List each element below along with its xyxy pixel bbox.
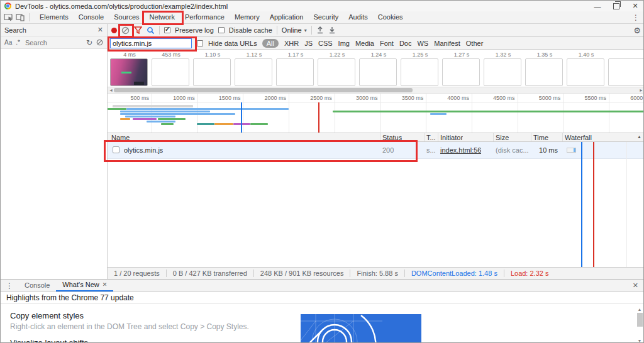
filter-type-other[interactable]: Other xyxy=(466,40,484,47)
search-toolbar: Aa .* ↻ xyxy=(1,36,107,49)
devtools-window: { "window": { "title": "DevTools - olyti… xyxy=(0,0,644,343)
clear-search-icon[interactable] xyxy=(96,39,103,46)
device-toolbar-icon[interactable] xyxy=(16,13,25,21)
request-time: 10 ms xyxy=(531,146,558,154)
filter-type-all[interactable]: All xyxy=(262,39,279,48)
tab-elements[interactable]: Elements xyxy=(35,11,74,23)
whats-new-item-title[interactable]: Copy element styles xyxy=(10,311,249,320)
column-header-type[interactable]: T... xyxy=(426,134,436,141)
domcontentloaded-time: DOMContentLoaded: 1.48 s xyxy=(405,270,504,277)
filter-type-ws[interactable]: WS xyxy=(417,40,428,47)
filter-type-doc[interactable]: Doc xyxy=(399,40,412,47)
filter-type-img[interactable]: Img xyxy=(338,40,350,47)
tab-cookies[interactable]: Cookies xyxy=(373,11,408,23)
drawer-close-icon[interactable]: ✕ xyxy=(626,281,644,290)
disable-cache-checkbox[interactable] xyxy=(218,27,225,33)
screenshot-thumbnail[interactable] xyxy=(193,58,231,86)
filter-type-manifest[interactable]: Manifest xyxy=(434,40,460,47)
tab-console[interactable]: Console xyxy=(74,11,109,23)
frame-time-label: 1.27 s xyxy=(442,51,481,58)
column-header-time[interactable]: Time xyxy=(533,134,548,141)
filter-type-css[interactable]: CSS xyxy=(318,40,333,47)
column-header-name[interactable]: Name xyxy=(111,134,130,141)
regex-icon[interactable]: .* xyxy=(16,39,20,46)
import-har-icon[interactable] xyxy=(316,26,324,34)
column-divider xyxy=(493,133,494,141)
frame-time-label: 1.10 s xyxy=(193,51,232,58)
gear-icon[interactable]: ⚙ xyxy=(633,26,641,35)
workspace: Search ✕ Aa .* ↻ xyxy=(1,24,644,279)
restore-button[interactable] xyxy=(607,1,626,11)
minimize-button[interactable]: — xyxy=(588,1,607,11)
tab-security[interactable]: Security xyxy=(308,11,343,23)
drawer-tab-console[interactable]: Console xyxy=(18,280,56,291)
screenshot-thumbnail[interactable] xyxy=(152,58,189,86)
network-filter-input[interactable] xyxy=(110,38,192,48)
scroll-right-icon[interactable]: ► xyxy=(639,87,643,93)
search-panel-close-icon[interactable]: ✕ xyxy=(97,26,103,34)
screenshot-thumbnail[interactable] xyxy=(235,58,272,86)
waterfall-bar[interactable] xyxy=(567,148,576,153)
drawer-tab-whats-new[interactable]: What's New ✕ xyxy=(56,280,113,291)
filter-type-media[interactable]: Media xyxy=(355,40,374,47)
filter-type-xhr[interactable]: XHR xyxy=(284,40,299,47)
filter-type-js[interactable]: JS xyxy=(304,40,313,47)
window-title: DevTools - olytics.omeda.com/olytics/pro… xyxy=(15,3,228,10)
search-button[interactable] xyxy=(147,26,155,35)
tab-audits[interactable]: Audits xyxy=(343,11,373,23)
column-header-initiator[interactable]: Initiator xyxy=(440,134,463,141)
match-case-icon[interactable]: Aa xyxy=(4,39,12,46)
scrollbar-thumb[interactable] xyxy=(637,313,643,327)
filmstrip-frame: 1.25 s xyxy=(401,51,440,86)
tab-memory[interactable]: Memory xyxy=(230,11,265,23)
row-checkbox[interactable] xyxy=(113,146,119,153)
overview-gridline xyxy=(472,94,472,133)
column-header-waterfall[interactable]: Waterfall xyxy=(565,134,592,141)
scroll-up-icon[interactable]: ▲ xyxy=(638,307,642,312)
filter-type-font[interactable]: Font xyxy=(380,40,394,47)
whats-new-item-title[interactable]: Visualize layout shifts xyxy=(10,338,249,343)
tab-close-icon[interactable]: ✕ xyxy=(103,279,108,291)
tab-network[interactable]: Network xyxy=(145,11,180,23)
overview-timeline[interactable]: 500 ms1000 ms1500 ms2000 ms2500 ms3000 m… xyxy=(108,94,644,133)
screenshot-thumbnail[interactable] xyxy=(276,58,314,86)
kebab-menu-icon[interactable]: ⋮ xyxy=(1,281,18,290)
filmstrip-scrollbar[interactable]: ◄ ► xyxy=(108,87,644,93)
scroll-down-icon[interactable]: ▼ xyxy=(638,339,642,343)
column-header-size[interactable]: Size xyxy=(496,134,509,141)
screenshot-thumbnail[interactable] xyxy=(318,58,355,86)
screenshot-thumbnail[interactable] xyxy=(525,58,563,86)
window-titlebar: DevTools - olytics.omeda.com/olytics/pro… xyxy=(1,1,644,11)
request-name[interactable]: olytics.min.js xyxy=(124,146,163,154)
refresh-icon[interactable]: ↻ xyxy=(86,38,92,47)
tab-application[interactable]: Application xyxy=(265,11,309,23)
sort-arrow-icon[interactable]: ▲ xyxy=(637,134,641,139)
hide-data-urls-checkbox[interactable] xyxy=(197,40,203,46)
inspect-element-icon[interactable] xyxy=(4,13,13,21)
tab-sources[interactable]: Sources xyxy=(109,11,144,23)
scroll-left-icon[interactable]: ◄ xyxy=(109,87,113,93)
overview-tick-label: 5000 ms xyxy=(525,95,560,101)
search-input[interactable] xyxy=(24,38,75,47)
screenshot-thumbnail[interactable] xyxy=(359,58,397,86)
screenshot-thumbnail[interactable] xyxy=(110,58,148,86)
screenshot-thumbnail[interactable] xyxy=(567,58,604,86)
throttling-dropdown[interactable]: Online ▾ xyxy=(282,26,307,34)
request-initiator-link[interactable]: index.html:56 xyxy=(440,146,481,154)
scrollbar-thumb[interactable] xyxy=(114,88,413,92)
export-har-icon[interactable] xyxy=(328,26,336,34)
screenshot-thumbnail[interactable] xyxy=(484,58,521,86)
record-button[interactable] xyxy=(111,28,117,33)
drawer-scrollbar[interactable]: ▲ ▼ xyxy=(636,307,643,343)
screenshot-thumbnail[interactable] xyxy=(608,58,644,86)
screenshot-thumbnail[interactable] xyxy=(401,58,438,86)
close-button[interactable]: ✕ xyxy=(626,1,644,11)
table-row[interactable]: olytics.min.js 200 s... index.html:56 (d… xyxy=(108,142,644,159)
filter-button[interactable] xyxy=(134,26,142,34)
tab-performance[interactable]: Performance xyxy=(180,11,230,23)
screenshot-thumbnail[interactable] xyxy=(442,58,480,86)
column-header-status[interactable]: Status xyxy=(382,134,402,141)
kebab-menu-icon[interactable]: ⋮ xyxy=(627,13,644,22)
preserve-log-checkbox[interactable] xyxy=(164,27,170,33)
clear-button[interactable] xyxy=(121,26,130,35)
